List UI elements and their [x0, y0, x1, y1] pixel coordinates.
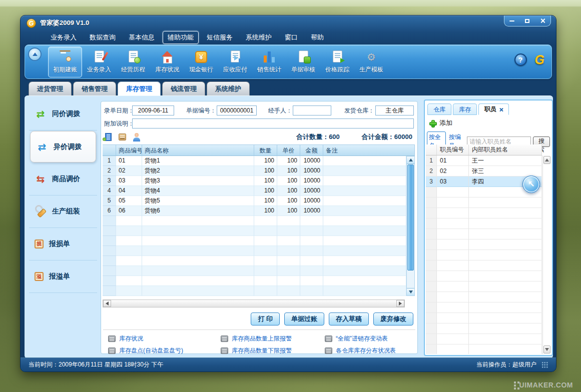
- toolbar-sales-stats-button[interactable]: 销售统计: [252, 46, 286, 78]
- warehouse-picker-icon[interactable]: [105, 133, 112, 141]
- scroll-left-button[interactable]: [103, 300, 111, 307]
- table-row[interactable]: 505货物510010010000: [103, 196, 406, 206]
- menu-item-help[interactable]: 帮助: [306, 31, 329, 44]
- sidebar-item-diff-price-transfer[interactable]: ⇄ 异价调拨: [30, 131, 96, 162]
- toolbar-buttons: 初期建账 业务录入 经营历程 库存状况 ¥ 现金银行 应收应付: [48, 46, 388, 78]
- scroll-down-button[interactable]: [407, 288, 414, 296]
- employee-row-empty: [426, 292, 542, 302]
- help-button[interactable]: ?: [514, 54, 527, 66]
- panel-close-button[interactable]: [544, 102, 549, 111]
- scroll-right-button[interactable]: [396, 300, 404, 307]
- totals: 合计数量：600 合计金额：60000: [296, 132, 412, 142]
- toolbar-price-track-button[interactable]: 价格跟踪: [320, 46, 354, 78]
- maximize-icon: [525, 19, 529, 23]
- close-button[interactable]: [536, 17, 549, 25]
- discard-changes-button[interactable]: 废弃修改: [373, 312, 413, 326]
- tab-maintenance[interactable]: 系统维护: [207, 82, 250, 96]
- menu-item-window[interactable]: 窗口: [280, 31, 303, 44]
- menu-item-sms[interactable]: 短信服务: [202, 31, 238, 44]
- tab-inventory[interactable]: 库存管理: [118, 82, 161, 96]
- resize-grip[interactable]: [541, 362, 548, 368]
- toolbar-production-template-button[interactable]: ⚙ 生产模板: [354, 46, 388, 78]
- employee-row[interactable]: 202张三: [426, 166, 542, 176]
- employee-row[interactable]: 101王一: [426, 156, 542, 166]
- link-stocktake[interactable]: 库存盘点(自动盘盈盘亏): [108, 346, 221, 355]
- app-window: G 管家婆2009 V1.0 业务录入 数据查询 基本信息 辅助功能 短信服务 …: [20, 15, 556, 372]
- table-row[interactable]: 404货物410010010000: [103, 186, 406, 196]
- link-upper-limit-alert[interactable]: 库存商品数量上限报警: [221, 334, 325, 343]
- table-row[interactable]: 303货物310010010000: [103, 176, 406, 186]
- menu-bar: 业务录入 数据查询 基本信息 辅助功能 短信服务 系统维护 窗口 帮助: [21, 30, 556, 44]
- date-input[interactable]: [132, 106, 174, 116]
- scroll-up-button[interactable]: [407, 156, 414, 164]
- toolbar-cash-bank-button[interactable]: ¥ 现金银行: [184, 46, 218, 78]
- document-clock-icon: [129, 50, 138, 62]
- loss-stamp-icon: 损: [35, 240, 44, 248]
- scrollbar-thumb[interactable]: [407, 164, 414, 270]
- tab-sales[interactable]: 销售管理: [73, 82, 116, 96]
- menu-item-system[interactable]: 系统维护: [241, 31, 277, 44]
- menu-item-business-entry[interactable]: 业务录入: [46, 31, 82, 44]
- menu-item-data-query[interactable]: 数据查询: [85, 31, 121, 44]
- toolbar-business-entry-button[interactable]: 业务录入: [82, 46, 116, 78]
- doc-no-input[interactable]: [217, 106, 257, 116]
- horizontal-scrollbar[interactable]: [103, 300, 405, 308]
- col-qty: 数量: [254, 144, 277, 156]
- arrow-down-icon: [545, 348, 549, 351]
- plus-icon: [429, 120, 436, 126]
- tab-warehouse[interactable]: 仓库: [427, 104, 451, 115]
- print-button[interactable]: 打 印: [251, 312, 280, 326]
- add-label: 添加: [439, 118, 452, 128]
- save-draft-button[interactable]: 存入草稿: [329, 312, 369, 326]
- document-pen-icon: [95, 50, 104, 62]
- toolbar-stock-status-button[interactable]: 库存状况: [150, 46, 184, 78]
- scroll-down-button[interactable]: [543, 346, 550, 354]
- link-stock-status[interactable]: 库存状况: [108, 334, 221, 343]
- arrow-up-icon: [545, 158, 549, 162]
- tab-close-icon[interactable]: [499, 108, 503, 111]
- brand-logo-icon: G: [535, 52, 544, 67]
- employee-scrollbar[interactable]: [542, 156, 551, 354]
- sidebar-item-assembly[interactable]: 生产组装: [29, 196, 97, 228]
- employee-picker-icon[interactable]: [133, 133, 140, 142]
- tab-stock[interactable]: 库存: [453, 104, 477, 115]
- employee-row-empty: [426, 218, 542, 229]
- scroll-up-button[interactable]: [543, 156, 550, 164]
- sidebar-item-price-adjust[interactable]: ⇆ 商品调价: [29, 163, 97, 196]
- toolbar-history-button[interactable]: 经营历程: [116, 46, 150, 78]
- add-row[interactable]: 添加: [429, 118, 452, 128]
- table-row[interactable]: 606货物610010010000: [103, 206, 406, 216]
- tab-cashflow[interactable]: 钱流管理: [162, 82, 205, 96]
- link-warehouse-distribution[interactable]: 各仓库库存分布状况表: [325, 346, 414, 355]
- items-table-header: 商品编号 商品名称 数量 单价 金额 备注: [103, 144, 415, 156]
- note-input[interactable]: [132, 118, 414, 128]
- warehouse-input[interactable]: [375, 106, 414, 116]
- minimize-button[interactable]: [505, 17, 518, 25]
- report-icon: [108, 348, 116, 354]
- tab-employee[interactable]: 职员: [478, 104, 509, 115]
- goods-picker-icon[interactable]: [119, 134, 126, 140]
- toolbar-initial-setup-button[interactable]: 初期建账: [48, 46, 82, 78]
- table-row[interactable]: 202货物210010010000: [103, 166, 406, 176]
- sidebar-item-overflow-report[interactable]: 溢 报溢单: [29, 260, 97, 293]
- handler-input[interactable]: [293, 106, 331, 116]
- toolbar-payables-button[interactable]: 应收应付: [218, 46, 252, 78]
- tab-purchase[interactable]: 进货管理: [29, 82, 72, 96]
- table-row-empty: [103, 226, 406, 236]
- table-row[interactable]: 101货物110010010000: [103, 156, 406, 166]
- sidebar-item-same-price-transfer[interactable]: ⇄ 同价调拨: [29, 98, 97, 130]
- note-label: 附加说明：: [104, 118, 134, 128]
- post-voucher-button[interactable]: 单据过账: [284, 312, 324, 326]
- content-area: ⇄ 同价调拨 ⇄ 异价调拨 ⇆ 商品调价 生产组装 损 报损单 溢 报溢单: [25, 96, 553, 358]
- report-links: 库存状况 库存商品数量上限报警 “全能”进销存变动表 库存盘点(自动盘盈盘亏) …: [108, 332, 414, 356]
- employee-row-empty: [426, 324, 542, 334]
- sidebar-item-loss-report[interactable]: 损 报损单: [29, 228, 97, 260]
- menu-item-basic-info[interactable]: 基本信息: [124, 31, 160, 44]
- toolbar-audit-button[interactable]: 单据审核: [286, 46, 320, 78]
- link-lower-limit-alert[interactable]: 库存商品数量下限报警: [221, 346, 325, 355]
- maximize-button[interactable]: [521, 17, 534, 25]
- vertical-scrollbar[interactable]: [406, 156, 415, 296]
- menu-item-auxiliary[interactable]: 辅助功能: [163, 31, 199, 44]
- collapse-toolbar-button[interactable]: [28, 48, 42, 61]
- link-allinone-report[interactable]: “全能”进销存变动表: [325, 334, 414, 343]
